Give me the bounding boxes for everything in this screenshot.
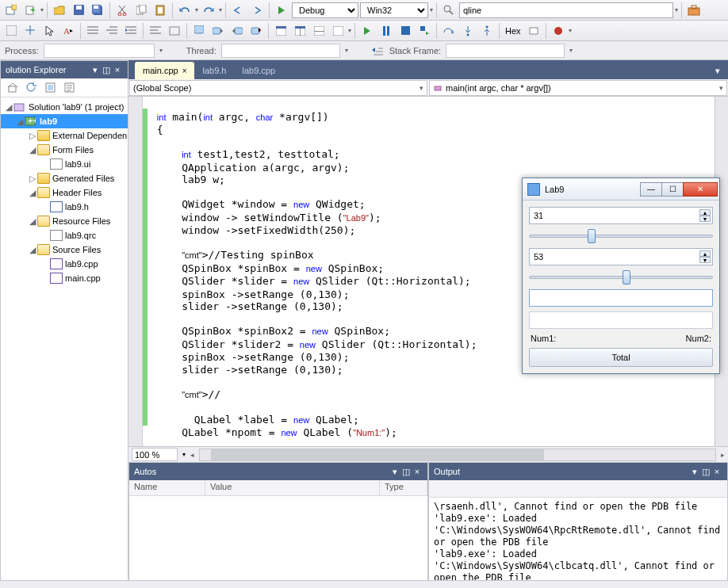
bookmark-prev[interactable] bbox=[209, 22, 227, 40]
file-lab9-ui[interactable]: lab9.ui bbox=[1, 157, 128, 171]
pin-icon[interactable]: ◫ bbox=[101, 65, 112, 75]
member-combo[interactable]: main(int argc, char * argv[]) bbox=[429, 80, 727, 96]
config-combo[interactable]: Debug bbox=[292, 2, 358, 18]
tab-main-cpp[interactable]: main.cpp× bbox=[135, 62, 194, 79]
slider-1-handle[interactable] bbox=[588, 229, 596, 243]
folder-generated[interactable]: ▷Generated Files bbox=[1, 171, 128, 185]
dropdown-icon[interactable]: ▾ bbox=[689, 467, 700, 477]
start-debug-button[interactable] bbox=[273, 2, 290, 19]
debug-restart[interactable] bbox=[416, 22, 433, 40]
tool-b[interactable] bbox=[21, 22, 39, 40]
debug-continue[interactable] bbox=[358, 22, 376, 40]
dropdown-icon[interactable]: ▾ bbox=[389, 467, 400, 477]
zoom-combo[interactable] bbox=[132, 448, 178, 461]
lineedit-2[interactable] bbox=[529, 311, 713, 329]
pointer-tool[interactable] bbox=[40, 22, 58, 40]
debug-stop[interactable] bbox=[397, 22, 414, 40]
redo-button[interactable] bbox=[200, 2, 217, 19]
platform-combo[interactable]: Win32 bbox=[360, 2, 428, 18]
tool-a[interactable] bbox=[2, 22, 20, 40]
breakpoint-button[interactable] bbox=[550, 22, 567, 40]
total-button[interactable]: Total bbox=[529, 348, 713, 367]
text-tool[interactable]: A▸ bbox=[59, 22, 77, 40]
step-over[interactable] bbox=[440, 22, 458, 40]
find-button[interactable] bbox=[440, 2, 458, 19]
tab-lab9-h[interactable]: lab9.h bbox=[194, 62, 234, 79]
indent-in-button[interactable] bbox=[103, 22, 121, 40]
folder-form[interactable]: ◢Form Files bbox=[1, 143, 128, 157]
folder-resource[interactable]: ◢Resource Files bbox=[1, 214, 128, 228]
outdent-button[interactable] bbox=[122, 22, 140, 40]
spinbox-2[interactable]: 53 ▲▼ bbox=[529, 248, 713, 265]
scope-combo[interactable]: (Global Scope) bbox=[129, 80, 427, 96]
uncomment-button[interactable] bbox=[166, 22, 183, 40]
spinbox-1[interactable]: 31 ▲▼ bbox=[529, 207, 713, 224]
step-into[interactable] bbox=[459, 22, 477, 40]
qt-titlebar[interactable]: Lab9 — ☐ ✕ bbox=[523, 178, 719, 200]
close-icon[interactable]: × bbox=[412, 467, 423, 476]
qt-lab9-window[interactable]: Lab9 — ☐ ✕ 31 ▲▼ 53 ▲▼ Num1: Num2: Total bbox=[522, 178, 720, 374]
undo-button[interactable] bbox=[176, 2, 193, 19]
solution-tree[interactable]: ◢Solution 'lab9' (1 project) ◢++lab9 ▷Ex… bbox=[1, 97, 128, 580]
hex-toggle[interactable] bbox=[525, 22, 542, 40]
spin-up-icon[interactable]: ▲ bbox=[699, 209, 711, 216]
lineedit-1[interactable] bbox=[529, 289, 713, 307]
thread-field[interactable] bbox=[221, 44, 340, 58]
pin-icon[interactable]: ◫ bbox=[400, 467, 412, 477]
save-all-button[interactable] bbox=[89, 2, 106, 19]
comment-button[interactable] bbox=[147, 22, 164, 40]
copy-button[interactable] bbox=[132, 2, 150, 19]
refresh-button[interactable] bbox=[22, 79, 40, 97]
quick-search-input[interactable] bbox=[459, 2, 673, 18]
cut-button[interactable] bbox=[113, 2, 131, 19]
folder-header[interactable]: ◢Header Files bbox=[1, 185, 128, 200]
bookmark-clear[interactable] bbox=[247, 22, 265, 40]
autos-grid-body[interactable] bbox=[129, 496, 427, 580]
properties-button[interactable] bbox=[60, 79, 78, 97]
file-lab9-cpp[interactable]: lab9.cpp bbox=[1, 257, 128, 271]
tab-lab9-cpp[interactable]: lab9.cpp bbox=[234, 62, 283, 79]
col-type[interactable]: Type bbox=[380, 480, 427, 495]
home-button[interactable] bbox=[3, 79, 21, 97]
close-icon[interactable]: × bbox=[182, 67, 187, 75]
dropdown-icon[interactable]: ▾ bbox=[90, 65, 101, 75]
minimize-button[interactable]: — bbox=[640, 182, 662, 197]
output-text[interactable]: \rsaenh.dll', Cannot find or open the PD… bbox=[429, 498, 727, 580]
folder-source[interactable]: ◢Source Files bbox=[1, 242, 128, 257]
bookmark-button[interactable] bbox=[190, 22, 208, 40]
indent-out-button[interactable] bbox=[84, 22, 102, 40]
toolbox-button[interactable] bbox=[685, 2, 703, 19]
slider-2-handle[interactable] bbox=[623, 270, 630, 284]
open-file-button[interactable] bbox=[51, 2, 68, 19]
slider-2[interactable] bbox=[529, 270, 713, 284]
window-d[interactable] bbox=[329, 22, 347, 40]
close-icon[interactable]: × bbox=[112, 65, 123, 74]
solution-node[interactable]: ◢Solution 'lab9' (1 project) bbox=[1, 100, 128, 114]
process-field[interactable] bbox=[44, 44, 155, 58]
col-value[interactable]: Value bbox=[205, 480, 380, 495]
close-button[interactable]: ✕ bbox=[683, 182, 718, 197]
paste-button[interactable] bbox=[151, 2, 169, 19]
folder-external[interactable]: ▷External Dependen bbox=[1, 128, 128, 143]
file-lab9-qrc[interactable]: lab9.qrc bbox=[1, 228, 128, 242]
slider-1[interactable] bbox=[529, 229, 713, 243]
save-button[interactable] bbox=[70, 2, 87, 19]
navigate-back-button[interactable] bbox=[229, 2, 247, 19]
debug-pause[interactable] bbox=[377, 22, 395, 40]
add-item-button[interactable]: + bbox=[21, 2, 39, 19]
stackframe-field[interactable] bbox=[446, 44, 565, 58]
window-b[interactable] bbox=[291, 22, 308, 40]
project-node[interactable]: ◢++lab9 bbox=[1, 114, 128, 128]
bookmark-next[interactable] bbox=[228, 22, 246, 40]
maximize-button[interactable]: ☐ bbox=[661, 182, 684, 197]
spin-down-icon[interactable]: ▼ bbox=[699, 216, 711, 222]
pin-icon[interactable]: ◫ bbox=[700, 467, 711, 477]
step-out[interactable] bbox=[478, 22, 496, 40]
spin-down-icon[interactable]: ▼ bbox=[699, 257, 711, 263]
tab-overflow[interactable]: ▾ bbox=[707, 62, 728, 79]
navigate-fwd-button[interactable] bbox=[248, 2, 266, 19]
file-main-cpp[interactable]: main.cpp bbox=[1, 271, 128, 285]
window-a[interactable] bbox=[272, 22, 289, 40]
new-project-button[interactable] bbox=[2, 2, 20, 19]
show-all-button[interactable] bbox=[41, 79, 59, 97]
